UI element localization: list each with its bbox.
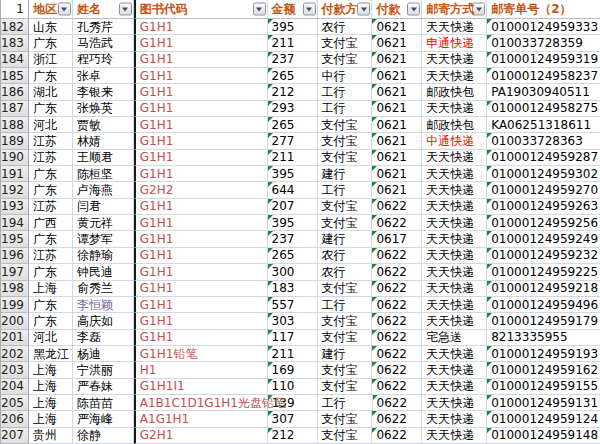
row-number[interactable]: 198 [1, 281, 29, 297]
cell-paydate[interactable]: 0622 [372, 297, 422, 313]
cell-name[interactable]: 张焕英 [73, 101, 134, 117]
cell-code[interactable]: G1H1 [134, 68, 268, 84]
cell-payer[interactable]: 支付宝 [318, 313, 373, 329]
row-number[interactable]: 189 [1, 133, 29, 149]
cell-region[interactable]: 上海 [29, 395, 73, 411]
cell-tracking[interactable]: 01000124958275 [487, 101, 600, 117]
cell-payer[interactable]: 农行 [318, 248, 373, 264]
column-header-code[interactable]: 图书代码 [134, 0, 268, 19]
cell-ship[interactable]: 天天快递 [422, 19, 487, 35]
cell-paydate[interactable]: 0622 [372, 362, 422, 378]
cell-ship[interactable]: 天天快递 [422, 395, 487, 411]
row-number[interactable]: 205 [1, 395, 29, 411]
cell-tracking[interactable]: PA19030940511 [487, 84, 600, 100]
cell-code[interactable]: G1H1 [134, 199, 268, 215]
column-header-region[interactable]: 地区 [29, 0, 73, 19]
cell-code[interactable]: A1G1H1 [134, 411, 268, 427]
cell-code[interactable]: G1H1 [134, 248, 268, 264]
cell-name[interactable]: 陈桓坚 [73, 166, 134, 182]
cell-ship[interactable]: 天天快递 [422, 297, 487, 313]
cell-payer[interactable]: 支付宝 [318, 52, 373, 68]
cell-amount[interactable]: 293 [268, 101, 318, 117]
cell-code[interactable]: G1H1 [134, 150, 268, 166]
row-number[interactable]: 206 [1, 411, 29, 427]
cell-tracking[interactable]: 8213335955 [487, 330, 600, 346]
cell-payer[interactable]: 支付宝 [318, 215, 373, 231]
cell-paydate[interactable]: 0621 [372, 150, 422, 166]
cell-code[interactable]: G1H1 [134, 52, 268, 68]
cell-name[interactable]: 严海峰 [73, 411, 134, 427]
cell-region[interactable]: 黑龙江 [29, 346, 73, 362]
cell-amount[interactable]: 212 [268, 428, 318, 444]
cell-payer[interactable]: 支付宝 [318, 150, 373, 166]
cell-paydate[interactable]: 0622 [372, 199, 422, 215]
row-number[interactable]: 191 [1, 166, 29, 182]
cell-ship[interactable]: 邮政快包 [422, 117, 487, 133]
cell-paydate[interactable]: 0622 [372, 346, 422, 362]
filter-dropdown-amount[interactable] [303, 3, 316, 16]
cell-region[interactable]: 江苏 [29, 248, 73, 264]
cell-tracking[interactable]: 01000124959162 [487, 362, 600, 378]
cell-region[interactable]: 山东 [29, 19, 73, 35]
cell-paydate[interactable]: 0621 [372, 19, 422, 35]
cell-tracking[interactable]: 01000124959496 [487, 297, 600, 313]
cell-name[interactable]: 陈苗苗 [73, 395, 134, 411]
cell-name[interactable]: 贾敏 [73, 117, 134, 133]
cell-code[interactable]: G1H1I1 [134, 379, 268, 395]
cell-paydate[interactable]: 0621 [372, 35, 422, 51]
cell-tracking[interactable]: 01000124959319 [487, 52, 600, 68]
cell-paydate[interactable]: 0622 [372, 248, 422, 264]
cell-code[interactable]: G1H1 [134, 117, 268, 133]
cell-code[interactable]: G1H1 [134, 313, 268, 329]
cell-paydate[interactable]: 0621 [372, 68, 422, 84]
cell-code[interactable]: G1H1 [134, 133, 268, 149]
cell-region[interactable]: 广东 [29, 68, 73, 84]
column-header-ship[interactable]: 邮寄方式 [422, 0, 487, 19]
filter-dropdown-name[interactable] [119, 3, 132, 16]
cell-region[interactable]: 广东 [29, 313, 73, 329]
cell-code[interactable]: G1H1 [134, 297, 268, 313]
row-number[interactable]: 195 [1, 231, 29, 247]
cell-paydate[interactable]: 0622 [372, 330, 422, 346]
row-number[interactable]: 194 [1, 215, 29, 231]
cell-ship[interactable]: 天天快递 [422, 52, 487, 68]
cell-region[interactable]: 湖北 [29, 84, 73, 100]
cell-name[interactable]: 杨迪 [73, 346, 134, 362]
cell-tracking[interactable]: 01000124959155 [487, 379, 600, 395]
cell-code[interactable]: G1H1 [134, 101, 268, 117]
cell-amount[interactable]: 395 [268, 19, 318, 35]
cell-code[interactable]: G2H2 [134, 182, 268, 198]
cell-name[interactable]: 俞秀兰 [73, 281, 134, 297]
cell-code[interactable]: G1H1 [134, 84, 268, 100]
cell-name[interactable]: 严春妹 [73, 379, 134, 395]
cell-payer[interactable]: 支付宝 [318, 411, 373, 427]
row-number[interactable]: 183 [1, 35, 29, 51]
cell-ship[interactable]: 天天快递 [422, 428, 487, 444]
cell-paydate[interactable]: 0617 [372, 231, 422, 247]
cell-amount[interactable]: 211 [268, 346, 318, 362]
cell-paydate[interactable]: 0622 [372, 428, 422, 444]
cell-tracking[interactable]: 01000124959249 [487, 231, 600, 247]
cell-amount[interactable]: 265 [268, 68, 318, 84]
cell-tracking[interactable]: 010033728363 [487, 133, 600, 149]
cell-region[interactable]: 广东 [29, 35, 73, 51]
row-number[interactable]: 196 [1, 248, 29, 264]
cell-payer[interactable]: 支付宝 [318, 330, 373, 346]
row-number-header[interactable]: 1 [1, 0, 29, 19]
cell-code[interactable]: G1H1 [134, 281, 268, 297]
cell-amount[interactable]: 110 [268, 379, 318, 395]
cell-amount[interactable]: 211 [268, 150, 318, 166]
cell-amount[interactable]: 557 [268, 297, 318, 313]
cell-ship[interactable]: 中通快递 [422, 133, 487, 149]
cell-amount[interactable]: 207 [268, 199, 318, 215]
cell-paydate[interactable]: 0622 [372, 313, 422, 329]
cell-name[interactable]: 李磊 [73, 330, 134, 346]
cell-payer[interactable]: 支付宝 [318, 35, 373, 51]
cell-ship[interactable]: 天天快递 [422, 362, 487, 378]
cell-tracking[interactable]: 01000124959218 [487, 281, 600, 297]
cell-amount[interactable]: 644 [268, 182, 318, 198]
cell-payer[interactable]: 工行 [318, 297, 373, 313]
cell-name[interactable]: 王顺君 [73, 150, 134, 166]
cell-payer[interactable]: 支付宝 [318, 362, 373, 378]
column-header-name[interactable]: 姓名 [73, 0, 134, 19]
